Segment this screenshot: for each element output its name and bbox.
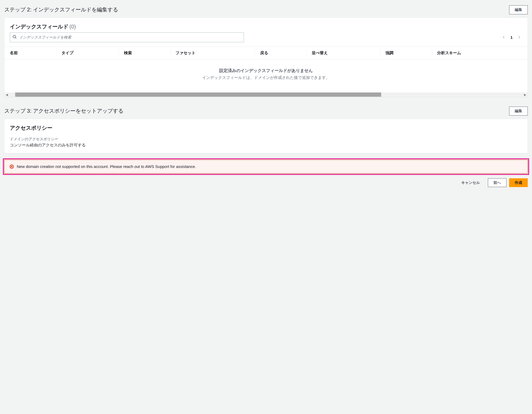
error-text: New domain creation not supported on thi… xyxy=(17,164,196,169)
search-icon xyxy=(13,35,17,40)
policy-label: ドメインのアクセスポリシー xyxy=(10,134,522,142)
step3-edit-button[interactable]: 編集 xyxy=(509,107,528,116)
step3-title: ステップ 3: アクセスポリシーをセットアップする xyxy=(4,107,123,115)
svg-point-0 xyxy=(13,35,16,38)
index-fields-search-input[interactable] xyxy=(10,32,244,43)
svg-line-1 xyxy=(15,38,16,39)
index-fields-table: 名前 タイプ 検索 ファセット 戻る 並べ替え 強調 分析スキーム xyxy=(5,47,527,92)
page-prev-icon[interactable] xyxy=(502,35,506,39)
empty-subtitle: インデックスフィールドは、ドメインが作成された後で追加できます。 xyxy=(10,75,522,80)
page-number: 1 xyxy=(510,35,513,40)
cancel-button[interactable]: キャンセル xyxy=(456,179,485,187)
page-next-icon[interactable] xyxy=(517,35,521,39)
access-policy-title: アクセスポリシー xyxy=(10,124,52,132)
error-icon xyxy=(9,164,14,169)
policy-value: コンソール経由のアクセスのみを許可する xyxy=(10,143,522,148)
step2-title: ステップ 2: インデックスフィールドを編集する xyxy=(4,6,118,13)
access-policy-panel: アクセスポリシー ドメインのアクセスポリシー コンソール経由のアクセスのみを許可… xyxy=(4,119,528,153)
col-search[interactable]: 検索 xyxy=(119,47,170,60)
index-fields-count: (0) xyxy=(69,24,76,29)
col-type[interactable]: タイプ xyxy=(56,47,119,60)
col-analysis[interactable]: 分析スキーム xyxy=(432,47,527,60)
scroll-thumb[interactable] xyxy=(15,92,381,97)
previous-button[interactable]: 前へ xyxy=(488,178,506,187)
col-facet[interactable]: ファセット xyxy=(170,47,255,60)
scroll-right-icon[interactable]: ▶ xyxy=(523,92,527,97)
col-sort[interactable]: 並べ替え xyxy=(306,47,380,60)
col-name[interactable]: 名前 xyxy=(5,47,56,60)
index-fields-panel: インデックスフィールド (0) 1 xyxy=(4,18,528,97)
col-return[interactable]: 戻る xyxy=(255,47,306,60)
step2-edit-button[interactable]: 編集 xyxy=(509,5,528,14)
scroll-left-icon[interactable]: ◀ xyxy=(5,92,9,97)
col-highlight[interactable]: 強調 xyxy=(380,47,432,60)
horizontal-scrollbar[interactable]: ◀ ▶ xyxy=(5,92,527,97)
empty-title: 設定済みのインデックスフィールドがありません xyxy=(10,68,522,74)
error-alert: New domain creation not supported on thi… xyxy=(4,160,528,174)
create-button[interactable]: 作成 xyxy=(509,178,528,187)
index-fields-title: インデックスフィールド xyxy=(10,23,68,30)
